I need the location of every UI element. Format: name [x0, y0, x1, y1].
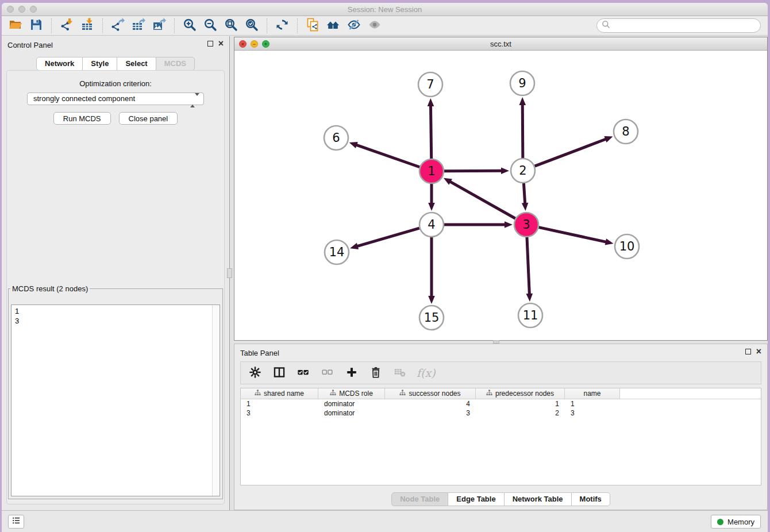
tab-network-table[interactable]: Network Table	[505, 492, 572, 506]
zoom-out-button[interactable]	[202, 17, 219, 34]
graph-edge-4-14[interactable]	[350, 228, 419, 249]
duplicate-network-button[interactable]	[304, 17, 321, 34]
refresh-icon	[275, 18, 289, 33]
export-network-button[interactable]	[109, 17, 126, 34]
column-header-name[interactable]: name	[565, 388, 620, 399]
column-header-mcds-role[interactable]: MCDS role	[318, 388, 385, 399]
control-panel: Control Panel × NetworkStyleSelectMCDS O…	[2, 36, 230, 510]
column-header-shared-name[interactable]: shared name	[241, 388, 318, 399]
table-cell: 1	[241, 399, 318, 408]
import-network-icon	[60, 18, 74, 33]
graph-node-2[interactable]: 2	[511, 159, 535, 183]
float-panel-icon[interactable]	[207, 41, 213, 47]
table-row[interactable]: 3dominator323	[241, 408, 761, 418]
svg-text:6: 6	[332, 131, 340, 145]
columns-icon	[273, 366, 286, 380]
import-table-button[interactable]	[79, 17, 96, 34]
column-options-button[interactable]	[272, 365, 287, 380]
toolbar-separator	[102, 18, 103, 33]
select-all-columns-button[interactable]	[296, 365, 311, 380]
tab-edge-table[interactable]: Edge Table	[448, 492, 504, 506]
tab-node-table[interactable]: Node Table	[391, 492, 448, 506]
graph-node-10[interactable]: 10	[615, 234, 639, 259]
tab-select[interactable]: Select	[117, 57, 156, 71]
close-panel-icon[interactable]: ×	[218, 40, 224, 47]
zoom-fit-button[interactable]	[222, 17, 240, 34]
criterion-select[interactable]: strongly connected component	[27, 92, 204, 105]
result-scrollbar[interactable]	[212, 305, 220, 496]
export-image-button[interactable]	[151, 17, 168, 34]
select-all-icon	[297, 366, 310, 380]
attribute-icon	[399, 390, 406, 398]
graph-edge-1-6[interactable]	[349, 142, 420, 167]
export-image-icon	[152, 18, 166, 33]
mcds-result-box[interactable]: 13	[11, 304, 220, 496]
zoom-fit-icon	[224, 18, 238, 33]
zoom-selected-button[interactable]	[243, 17, 260, 34]
graph-node-14[interactable]: 14	[325, 240, 349, 264]
graph-node-3[interactable]: 3	[514, 213, 538, 237]
toolbar-separator	[267, 18, 267, 33]
graph-node-7[interactable]: 7	[418, 72, 442, 97]
refresh-layout-button[interactable]	[274, 17, 291, 34]
mcds-result-title: MCDS result (2 nodes)	[10, 284, 90, 293]
graph-edge-4-3[interactable]	[444, 221, 513, 228]
unselect-all-columns-button[interactable]	[320, 365, 335, 380]
search-box[interactable]	[596, 18, 761, 33]
table-cell: 1	[565, 399, 620, 408]
tab-mcds[interactable]: MCDS	[156, 57, 195, 71]
float-table-panel-icon[interactable]	[745, 349, 751, 354]
close-panel-button[interactable]: Close panel	[119, 112, 178, 125]
hide-details-button[interactable]	[345, 17, 363, 34]
workspace: Control Panel × NetworkStyleSelectMCDS O…	[2, 36, 768, 510]
graph-edge-3-1[interactable]	[444, 178, 515, 218]
column-header-predecessor-nodes[interactable]: predecessor nodes	[476, 388, 565, 399]
graph-node-6[interactable]: 6	[324, 126, 348, 150]
graph-node-11[interactable]: 11	[518, 303, 542, 327]
save-session-button[interactable]	[28, 17, 45, 34]
panel-splitter-handle[interactable]	[227, 268, 232, 278]
search-input[interactable]	[610, 20, 760, 32]
column-header-label: successor nodes	[409, 390, 460, 398]
export-table-button[interactable]	[130, 17, 147, 34]
svg-text:15: 15	[424, 311, 440, 325]
run-mcds-button[interactable]: Run MCDS	[53, 112, 111, 125]
delete-table-icon	[394, 366, 406, 380]
task-history-button[interactable]	[8, 515, 24, 529]
graph-node-9[interactable]: 9	[510, 71, 534, 95]
tab-motifs[interactable]: Motifs	[572, 492, 610, 506]
svg-text:4: 4	[428, 218, 435, 232]
graph-edge-1-2[interactable]	[444, 167, 509, 174]
delete-columns-button[interactable]	[368, 365, 383, 380]
graph-edge-1-4[interactable]	[428, 184, 435, 211]
graph-canvas[interactable]: 7968124314101511	[234, 51, 767, 340]
graph-node-15[interactable]: 15	[419, 306, 444, 330]
tab-network[interactable]: Network	[36, 57, 83, 71]
column-header-successor-nodes[interactable]: successor nodes	[385, 388, 476, 399]
close-table-panel-icon[interactable]: ×	[756, 348, 761, 355]
zoom-in-button[interactable]	[181, 17, 198, 34]
memory-button[interactable]: Memory	[711, 515, 761, 529]
create-column-button[interactable]	[344, 365, 359, 380]
criterion-selected-value: strongly connected component	[33, 94, 135, 103]
open-file-button[interactable]	[7, 17, 24, 34]
graph-edge-1-7[interactable]	[428, 98, 434, 159]
graph-node-1[interactable]: 1	[419, 159, 444, 183]
graph-edge-2-9[interactable]	[519, 97, 526, 158]
first-neighbors-button[interactable]	[325, 17, 342, 34]
function-builder-button: f(x)	[417, 365, 436, 380]
tab-style[interactable]: Style	[83, 57, 117, 71]
svg-text:10: 10	[619, 240, 635, 253]
import-network-button[interactable]	[58, 17, 75, 34]
graph-edge-2-8[interactable]	[535, 136, 613, 166]
graph-edge-3-11[interactable]	[526, 237, 533, 302]
status-bar: Memory	[2, 510, 768, 532]
table-row[interactable]: 1dominator411	[241, 399, 761, 408]
graph-node-4[interactable]: 4	[419, 213, 444, 237]
graph-edge-2-3[interactable]	[522, 183, 529, 211]
gear-icon	[249, 366, 261, 380]
graph-edge-3-10[interactable]	[538, 228, 613, 245]
table-settings-button[interactable]	[248, 365, 263, 380]
graph-edge-4-15[interactable]	[428, 237, 435, 304]
graph-node-8[interactable]: 8	[614, 119, 638, 144]
